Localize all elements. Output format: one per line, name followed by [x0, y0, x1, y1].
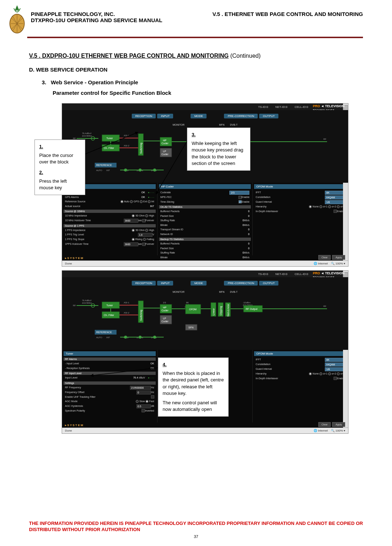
callout-1-2: 1. Place the cursor over the block 2. Pr…: [34, 139, 85, 195]
input-rf-freq[interactable]: 219500000: [130, 386, 151, 390]
browser-statusbar: Done 🌐 Internet 🔍 100% ▾: [62, 260, 348, 266]
svg-text:76.4dBuV: 76.4dBuV: [82, 299, 91, 302]
select-coderate[interactable]: 2/3: [229, 191, 249, 195]
callout-3: 3. While keeping the left mouse key pres…: [187, 128, 250, 171]
svg-point-90: [139, 336, 142, 339]
svg-text:ASI-2: ASI-2: [124, 312, 130, 314]
radio-50ohm[interactable]: [132, 214, 135, 217]
svg-text:AUTO: AUTO: [96, 336, 102, 339]
svg-text:219.5MHz: 219.5MHz: [82, 135, 92, 137]
svg-point-35: [124, 169, 127, 171]
svg-text:ASI-2: ASI-2: [124, 145, 130, 147]
page-footer: THE INFORMATION PROVIDED HEREIN IS PINEA…: [29, 521, 363, 539]
svg-text:REFERENCE: REFERENCE: [96, 164, 112, 166]
signal-diagram-full: RF 76.4dBuV 219.5MHz Tuner Ch. Filter AS…: [73, 295, 334, 343]
svg-text:AUTO: AUTO: [96, 169, 102, 171]
svg-text:RF Output: RF Output: [246, 308, 257, 311]
svg-text:Linear: Linear: [212, 308, 215, 315]
radio-gps[interactable]: [130, 200, 133, 203]
top-info-bar: TS-ID:0 NET-ID:0 CELL-ID:0: [62, 271, 348, 277]
svg-point-89: [124, 336, 127, 339]
svg-text:Non-Linear: Non-Linear: [227, 304, 229, 316]
radio-ext[interactable]: [140, 200, 143, 203]
radio-high[interactable]: [145, 214, 148, 217]
panel-hpcoder: HP Coder Coderate2/3 MPE-FECEnable Time-…: [158, 183, 253, 255]
apply-button[interactable]: Apply: [332, 422, 345, 427]
chk-uhf-track[interactable]: [151, 395, 154, 399]
svg-text:ASI-1: ASI-1: [124, 134, 130, 137]
svg-text:LP: LP: [163, 150, 166, 153]
svg-text:Switching: Switching: [140, 143, 143, 154]
svg-rect-55[interactable]: [160, 304, 172, 313]
apply-button[interactable]: Apply: [332, 255, 345, 260]
panel-ofdm: OFDM Mode IFFT8K Constellation64QAM Guar…: [253, 350, 348, 422]
svg-text:OFDM: OFDM: [189, 308, 197, 311]
svg-text:219.5MHz: 219.5MHz: [82, 302, 92, 304]
svg-text:RF: RF: [323, 305, 326, 307]
select-const[interactable]: 64QAM: [325, 195, 345, 199]
callout-4: 4. When the block is placed in the desir…: [158, 357, 229, 417]
tab-mode[interactable]: MODE: [191, 114, 207, 118]
pineapple-logo-icon: [7, 5, 27, 35]
chk-interleaver[interactable]: [334, 210, 337, 213]
svg-text:Coder: Coder: [162, 309, 169, 312]
chk-mpefec[interactable]: [238, 196, 242, 199]
svg-text:LP: LP: [163, 317, 166, 320]
control-panels: Reference Reference AlarmsOK● - - - GPS …: [62, 183, 348, 255]
svg-text:INT: INT: [106, 336, 110, 339]
select-guard[interactable]: 1/8: [325, 200, 345, 204]
select-ifft[interactable]: 8K: [325, 191, 345, 195]
svg-text:Tuner: Tuner: [106, 304, 113, 307]
manual-title: DTXPRO-10U OPERATING AND SERVICE MANUAL: [31, 17, 162, 23]
radio-auto[interactable]: [121, 200, 123, 203]
input-holdover-10[interactable]: 3600: [124, 219, 138, 223]
svg-text:REFERENCE: REFERENCE: [96, 331, 112, 333]
svg-text:Clipping: Clipping: [220, 306, 222, 315]
svg-point-36: [139, 169, 142, 171]
svg-text:HP: HP: [163, 306, 167, 309]
svg-text:Coder: Coder: [162, 142, 169, 145]
input-freq-offset[interactable]: 0: [136, 391, 151, 395]
svg-text:INT: INT: [106, 169, 110, 171]
system-button[interactable]: ▸ S Y S T E M: [65, 424, 83, 427]
svg-rect-21: [160, 148, 172, 157]
input-agc-hys[interactable]: 0.5: [136, 404, 151, 408]
chk-timeslicing[interactable]: ✓: [238, 200, 242, 203]
chk-spectrum-pol[interactable]: [142, 409, 145, 412]
subsection-desc: Parameter control for Specific Function …: [53, 90, 363, 96]
svg-rect-58: [160, 315, 172, 324]
svg-text:76.4dBuV: 76.4dBuV: [82, 132, 91, 134]
tab-reception[interactable]: RECEPTION: [132, 114, 156, 118]
svg-point-37: [153, 169, 156, 171]
svg-text:Ch. Filter: Ch. Filter: [104, 314, 114, 316]
header-rule: [27, 37, 363, 38]
tab-precorrection[interactable]: PRE-CORRECTION: [224, 114, 258, 118]
svg-text:ASI-1: ASI-1: [124, 302, 130, 304]
page-header: PINEAPPLE TECHNOLOGY, INC. DTXPRO-10U OP…: [29, 11, 363, 35]
clear-button[interactable]: Clear: [318, 255, 331, 260]
chk-forever-10[interactable]: [142, 219, 146, 222]
input-trig-level[interactable]: 1.6: [138, 233, 152, 237]
proprietary-notice: THE INFORMATION PROVIDED HEREIN IS PINEA…: [29, 521, 363, 533]
svg-text:Coder: Coder: [162, 153, 169, 155]
svg-point-91: [153, 336, 156, 339]
system-button[interactable]: ▸ S Y S T E M: [65, 256, 83, 260]
radio-int[interactable]: [148, 200, 151, 203]
svg-text:Switching: Switching: [140, 310, 143, 321]
svg-text:Tuner: Tuner: [106, 137, 113, 139]
subsection-3: 3. Web Service - Operation Principle: [42, 79, 363, 85]
svg-text:Ch. Filter: Ch. Filter: [104, 147, 114, 149]
block-hpcoder[interactable]: [160, 137, 172, 146]
panel-tuner: Tuner RF Alarms - Input LevelOK - Recept…: [62, 350, 158, 422]
company-name: PINEAPPLE TECHNOLOGY, INC.: [31, 11, 162, 17]
svg-text:2/3: 2/3: [163, 302, 166, 304]
svg-text:SFN: SFN: [188, 326, 193, 329]
svg-text:Coder: Coder: [162, 320, 169, 323]
svg-text:HP: HP: [163, 139, 167, 142]
clear-button[interactable]: Clear: [318, 422, 331, 427]
tab-output[interactable]: OUTPUT: [259, 114, 278, 118]
browser-statusbar: Done 🌐 Internet 🔍 100% ▾: [62, 428, 348, 433]
tab-input[interactable]: INPUT: [157, 114, 173, 118]
svg-text:RF: RF: [323, 138, 326, 140]
svg-text:RF: RF: [73, 304, 76, 307]
